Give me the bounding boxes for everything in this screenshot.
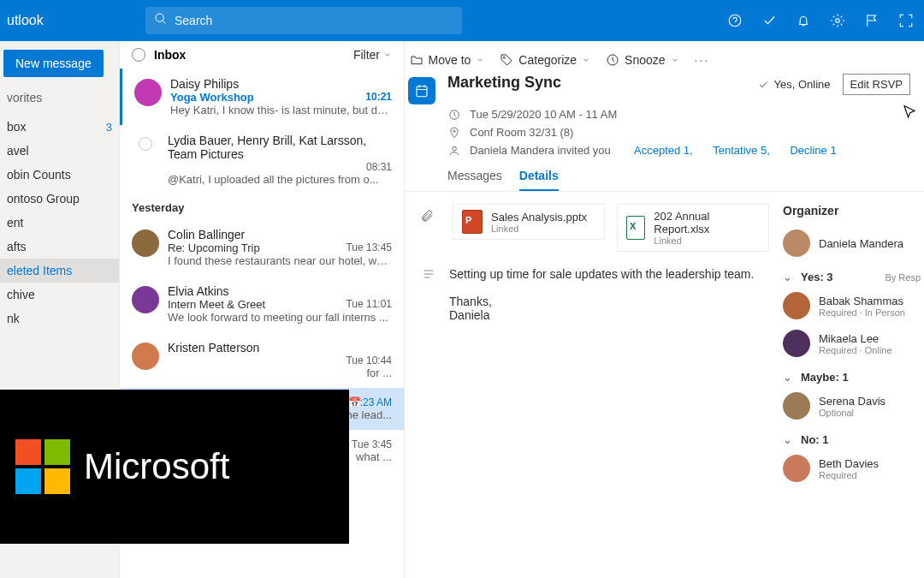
- chevron-down-icon: ⌄: [783, 371, 792, 384]
- expand-icon[interactable]: [898, 13, 914, 28]
- sidebar-section-favorites[interactable]: vorites: [0, 89, 119, 115]
- person-icon: [447, 145, 461, 157]
- folder-archive[interactable]: chive: [0, 283, 119, 307]
- message-subject: Intern Meet & Greet: [168, 298, 265, 311]
- attendee-person[interactable]: Beth DaviesRequired: [783, 450, 921, 487]
- edit-rsvp-button[interactable]: Edit RSVP: [843, 74, 910, 95]
- avatar: [132, 343, 159, 370]
- folder-sent[interactable]: ent: [0, 211, 119, 235]
- avatar: [783, 392, 810, 420]
- chevron-down-icon: [383, 51, 392, 59]
- tab-details[interactable]: Details: [519, 169, 559, 191]
- folder-deleted[interactable]: eleted Items: [0, 259, 119, 283]
- tip-icon[interactable]: [727, 13, 743, 28]
- avatar: [132, 229, 159, 257]
- response-status: Yes, Online: [757, 78, 831, 91]
- search-box[interactable]: [145, 7, 462, 34]
- move-button[interactable]: Move to: [410, 53, 485, 67]
- folder-travel[interactable]: avel: [0, 139, 119, 163]
- event-title: Marketing Sync: [447, 74, 757, 92]
- organizer-person[interactable]: Daniela Mandera: [783, 224, 921, 262]
- message-preview: We look forward to meeting our fall inte…: [168, 311, 392, 324]
- location-icon: [447, 127, 461, 139]
- app-header: utlook: [0, 0, 924, 41]
- message-from: Elvia Atkins: [168, 284, 392, 298]
- todo-icon[interactable]: [761, 13, 777, 28]
- event-header: Marketing Sync Yes, Online Edit RSVP: [405, 74, 924, 104]
- declined-link[interactable]: Decline 1: [790, 144, 836, 157]
- text-icon: [422, 267, 435, 283]
- no-section[interactable]: ⌄No: 1: [783, 425, 921, 450]
- tab-messages[interactable]: Messages: [447, 169, 502, 191]
- message-item[interactable]: Kristen Patterson Tue 10:44 for ...: [120, 332, 404, 388]
- message-item[interactable]: Colin Ballinger Re: Upcoming TripTue 13:…: [120, 219, 404, 276]
- chevron-down-icon: ⌄: [783, 433, 792, 446]
- avatar: [783, 455, 810, 482]
- microsoft-overlay: Microsoft: [0, 390, 349, 544]
- cursor-icon: [902, 104, 917, 120]
- attendee-person[interactable]: Mikaela LeeRequired · Online: [783, 325, 921, 362]
- folder-robin[interactable]: obin Counts: [0, 163, 119, 187]
- message-preview: for ...: [168, 366, 392, 379]
- svg-point-11: [453, 130, 455, 132]
- organizer-heading: Organizer: [783, 204, 921, 217]
- search-input[interactable]: [175, 14, 453, 27]
- message-item[interactable]: Daisy Philips Yoga Workshop10:21 Hey Kat…: [120, 69, 404, 125]
- folder-junk[interactable]: nk: [0, 307, 119, 331]
- attendees-panel: Organizer Daniela Mandera ⌄Yes: 3By Resp…: [783, 192, 924, 487]
- list-title: Inbox: [154, 48, 353, 62]
- svg-point-2: [729, 15, 741, 27]
- bell-icon[interactable]: [796, 13, 811, 28]
- attachment-xlsx[interactable]: X 202 Annual Report.xlsxLinked: [617, 204, 769, 252]
- svg-rect-9: [417, 86, 427, 97]
- folder-icon: [410, 53, 424, 67]
- select-ring-icon[interactable]: [139, 137, 152, 151]
- message-time: Tue 3:45: [352, 438, 392, 450]
- attachments-row: P Sales Analysis.pptxLinked X 202 Annual…: [413, 204, 769, 252]
- avatar: [132, 286, 159, 313]
- day-header: Yesterday: [120, 194, 404, 219]
- folder-inbox[interactable]: box3: [0, 115, 119, 139]
- message-time: 10:21: [365, 91, 392, 104]
- message-preview: @Katri, I uploaded all the pictures from…: [168, 173, 392, 186]
- select-all-icon[interactable]: [132, 48, 145, 62]
- svg-point-3: [836, 19, 840, 23]
- more-button[interactable]: ···: [695, 53, 710, 67]
- new-message-button[interactable]: New message: [3, 50, 104, 77]
- filter-button[interactable]: Filter: [353, 48, 392, 62]
- flag-icon[interactable]: [864, 13, 880, 28]
- clock-icon: [606, 53, 619, 67]
- settings-icon[interactable]: [830, 13, 845, 28]
- message-item[interactable]: Lydia Bauer, Henry Brill, Kat Larsson, T…: [120, 125, 404, 194]
- svg-line-1: [163, 21, 165, 23]
- event-organizer-row: Daniela Mandera invited you Accepted 1, …: [405, 142, 924, 158]
- event-time: Tue 5/29/2020 10 AM - 11 AM: [405, 106, 924, 122]
- message-preview: Hey Katri, I know this- is last minute, …: [170, 104, 392, 116]
- event-body: Setting up time for sale updates with th…: [413, 267, 769, 322]
- folder-drafts[interactable]: afts: [0, 235, 119, 259]
- message-subject: Re: Upcoming Trip: [168, 241, 260, 254]
- categorize-button[interactable]: Categorize: [500, 53, 590, 67]
- message-time: Tue 11:01: [346, 298, 392, 311]
- tag-icon: [500, 53, 513, 67]
- folder-contoso[interactable]: ontoso Group: [0, 187, 119, 211]
- accepted-link[interactable]: Accepted 1,: [634, 144, 693, 157]
- attendee-person[interactable]: Serena DavisOptional: [783, 387, 921, 425]
- attachment-pptx[interactable]: P Sales Analysis.pptxLinked: [453, 204, 605, 240]
- maybe-section[interactable]: ⌄Maybe: 1: [783, 362, 921, 387]
- message-time: Tue 10:44: [346, 355, 392, 366]
- avatar: [783, 330, 810, 357]
- reading-pane: Delete Archive Junk Sweep Move to Catego…: [405, 41, 924, 578]
- chevron-down-icon: [476, 56, 484, 64]
- message-item[interactable]: Elvia Atkins Intern Meet & GreetTue 11:0…: [120, 276, 404, 332]
- clock-icon: [447, 109, 461, 121]
- attendee-person[interactable]: Babak ShammasRequired · In Person: [783, 287, 921, 325]
- app-brand: utlook: [0, 13, 145, 28]
- tentative-link[interactable]: Tentative 5,: [713, 144, 770, 157]
- avatar: [783, 229, 810, 257]
- svg-point-7: [504, 57, 506, 58]
- avatar: [134, 79, 162, 106]
- snooze-button[interactable]: Snooze: [606, 53, 678, 67]
- avatar: [783, 292, 810, 319]
- yes-section[interactable]: ⌄Yes: 3By Resp: [783, 262, 921, 287]
